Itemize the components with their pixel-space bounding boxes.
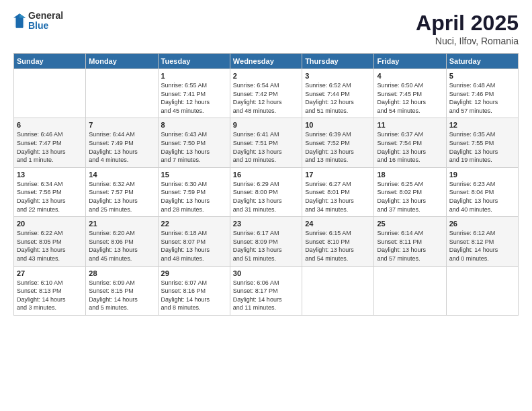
calendar-cell: 17Sunrise: 6:27 AMSunset: 8:01 PMDayligh… [302,167,374,216]
col-header-wednesday: Wednesday [230,54,302,69]
calendar-header-row: SundayMondayTuesdayWednesdayThursdayFrid… [14,54,519,69]
logo-icon [13,13,26,28]
col-header-thursday: Thursday [302,54,374,69]
day-info: Sunrise: 6:14 AMSunset: 8:11 PMDaylight:… [377,229,443,263]
col-header-sunday: Sunday [14,54,86,69]
day-number: 8 [161,121,227,129]
day-number: 29 [161,269,227,277]
day-info: Sunrise: 6:15 AMSunset: 8:10 PMDaylight:… [305,229,371,263]
day-number: 25 [377,220,443,228]
day-info: Sunrise: 6:35 AMSunset: 7:55 PMDaylight:… [449,130,515,164]
day-info: Sunrise: 6:07 AMSunset: 8:16 PMDaylight:… [161,279,227,312]
calendar-cell [374,266,446,315]
day-number: 28 [89,269,154,277]
calendar-location: Nuci, Ilfov, Romania [416,36,519,46]
day-number: 7 [89,121,154,129]
day-number: 4 [377,72,443,80]
day-info: Sunrise: 6:25 AMSunset: 8:02 PMDaylight:… [377,180,443,214]
logo-text: General Blue [28,11,63,32]
calendar-cell: 24Sunrise: 6:15 AMSunset: 8:10 PMDayligh… [302,217,374,266]
day-number: 22 [161,220,227,228]
day-number: 16 [233,171,299,179]
day-info: Sunrise: 6:32 AMSunset: 7:57 PMDaylight:… [89,180,154,214]
day-number: 3 [305,72,371,80]
day-number: 5 [449,72,515,80]
calendar-cell [446,266,518,315]
day-number: 27 [17,269,83,277]
calendar-cell: 3Sunrise: 6:52 AMSunset: 7:44 PMDaylight… [302,69,374,118]
col-header-monday: Monday [86,54,158,69]
calendar-week-3: 13Sunrise: 6:34 AMSunset: 7:56 PMDayligh… [14,167,519,216]
svg-marker-2 [19,14,26,18]
col-header-tuesday: Tuesday [158,54,230,69]
day-info: Sunrise: 6:06 AMSunset: 8:17 PMDaylight:… [233,279,299,312]
day-number: 17 [305,171,371,179]
day-number: 9 [233,121,299,129]
calendar-week-5: 27Sunrise: 6:10 AMSunset: 8:13 PMDayligh… [14,266,519,315]
logo-blue-text: Blue [28,21,63,31]
day-number: 11 [377,121,443,129]
day-info: Sunrise: 6:50 AMSunset: 7:45 PMDaylight:… [377,81,443,115]
day-info: Sunrise: 6:23 AMSunset: 8:04 PMDaylight:… [449,180,515,214]
calendar-cell: 1Sunrise: 6:55 AMSunset: 7:41 PMDaylight… [158,69,230,118]
calendar-cell: 13Sunrise: 6:34 AMSunset: 7:56 PMDayligh… [14,167,86,216]
logo-general-text: General [28,11,63,21]
calendar-cell [14,69,86,118]
day-number: 21 [89,220,154,228]
day-info: Sunrise: 6:17 AMSunset: 8:09 PMDaylight:… [233,229,299,263]
calendar-cell [86,69,158,118]
calendar-cell: 22Sunrise: 6:18 AMSunset: 8:07 PMDayligh… [158,217,230,266]
day-number: 15 [161,171,227,179]
calendar-table: SundayMondayTuesdayWednesdayThursdayFrid… [13,53,519,316]
calendar-cell: 18Sunrise: 6:25 AMSunset: 8:02 PMDayligh… [374,167,446,216]
day-info: Sunrise: 6:41 AMSunset: 7:51 PMDaylight:… [233,130,299,164]
day-info: Sunrise: 6:27 AMSunset: 8:01 PMDaylight:… [305,180,371,214]
calendar-week-4: 20Sunrise: 6:22 AMSunset: 8:05 PMDayligh… [14,217,519,266]
day-info: Sunrise: 6:44 AMSunset: 7:49 PMDaylight:… [89,130,154,164]
calendar-cell: 26Sunrise: 6:12 AMSunset: 8:12 PMDayligh… [446,217,518,266]
day-number: 23 [233,220,299,228]
calendar-cell: 25Sunrise: 6:14 AMSunset: 8:11 PMDayligh… [374,217,446,266]
title-block: April 2025 Nuci, Ilfov, Romania [416,11,519,46]
day-number: 24 [305,220,371,228]
calendar-cell: 10Sunrise: 6:39 AMSunset: 7:52 PMDayligh… [302,118,374,167]
day-info: Sunrise: 6:55 AMSunset: 7:41 PMDaylight:… [161,81,227,115]
day-info: Sunrise: 6:30 AMSunset: 7:59 PMDaylight:… [161,180,227,214]
calendar-cell: 8Sunrise: 6:43 AMSunset: 7:50 PMDaylight… [158,118,230,167]
calendar-cell: 4Sunrise: 6:50 AMSunset: 7:45 PMDaylight… [374,69,446,118]
calendar-title: April 2025 [416,11,519,36]
day-info: Sunrise: 6:29 AMSunset: 8:00 PMDaylight:… [233,180,299,214]
day-number: 14 [89,171,154,179]
calendar-cell: 21Sunrise: 6:20 AMSunset: 8:06 PMDayligh… [86,217,158,266]
day-info: Sunrise: 6:34 AMSunset: 7:56 PMDaylight:… [17,180,83,214]
col-header-saturday: Saturday [446,54,518,69]
calendar-cell: 20Sunrise: 6:22 AMSunset: 8:05 PMDayligh… [14,217,86,266]
day-info: Sunrise: 6:43 AMSunset: 7:50 PMDaylight:… [161,130,227,164]
day-number: 19 [449,171,515,179]
day-info: Sunrise: 6:18 AMSunset: 8:07 PMDaylight:… [161,229,227,263]
calendar-cell: 7Sunrise: 6:44 AMSunset: 7:49 PMDaylight… [86,118,158,167]
day-number: 2 [233,72,299,80]
calendar-cell: 14Sunrise: 6:32 AMSunset: 7:57 PMDayligh… [86,167,158,216]
calendar-cell [302,266,374,315]
calendar-cell: 15Sunrise: 6:30 AMSunset: 7:59 PMDayligh… [158,167,230,216]
day-number: 26 [449,220,515,228]
day-info: Sunrise: 6:10 AMSunset: 8:13 PMDaylight:… [17,279,83,312]
calendar-cell: 27Sunrise: 6:10 AMSunset: 8:13 PMDayligh… [14,266,86,315]
calendar-cell: 28Sunrise: 6:09 AMSunset: 8:15 PMDayligh… [86,266,158,315]
page: General Blue April 2025 Nuci, Ilfov, Rom… [0,0,532,411]
day-number: 13 [17,171,83,179]
calendar-cell: 11Sunrise: 6:37 AMSunset: 7:54 PMDayligh… [374,118,446,167]
calendar-cell: 29Sunrise: 6:07 AMSunset: 8:16 PMDayligh… [158,266,230,315]
day-info: Sunrise: 6:52 AMSunset: 7:44 PMDaylight:… [305,81,371,115]
day-number: 20 [17,220,83,228]
logo: General Blue [13,11,63,32]
day-number: 30 [233,269,299,277]
day-info: Sunrise: 6:12 AMSunset: 8:12 PMDaylight:… [449,229,515,263]
calendar-cell: 30Sunrise: 6:06 AMSunset: 8:17 PMDayligh… [230,266,302,315]
day-info: Sunrise: 6:20 AMSunset: 8:06 PMDaylight:… [89,229,154,263]
day-info: Sunrise: 6:54 AMSunset: 7:42 PMDaylight:… [233,81,299,115]
day-info: Sunrise: 6:09 AMSunset: 8:15 PMDaylight:… [89,279,154,312]
calendar-cell: 5Sunrise: 6:48 AMSunset: 7:46 PMDaylight… [446,69,518,118]
calendar-week-1: 1Sunrise: 6:55 AMSunset: 7:41 PMDaylight… [14,69,519,118]
